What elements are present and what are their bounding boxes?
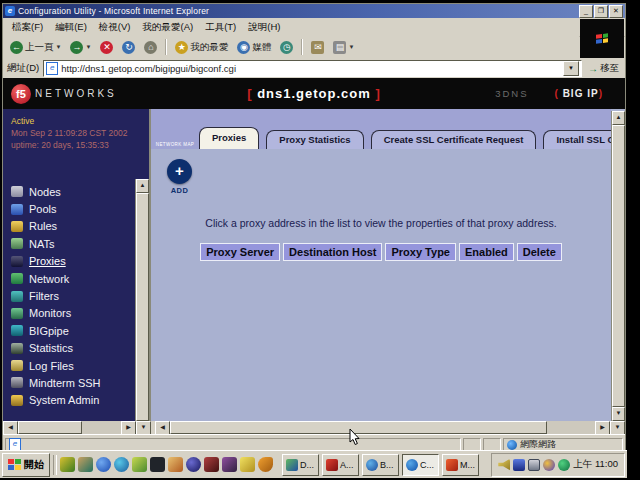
network-map-button[interactable]: NETWORK MAP bbox=[151, 141, 199, 149]
task-button-3[interactable]: B... bbox=[362, 454, 399, 476]
tab-proxy-statistics[interactable]: Proxy Statistics bbox=[266, 130, 363, 149]
sidebar-horizontal-scrollbar[interactable]: ◀ ▶ bbox=[3, 421, 136, 434]
task-button-2[interactable]: A... bbox=[322, 454, 359, 476]
quicklaunch-icon-7[interactable] bbox=[168, 457, 183, 472]
scrollbar-thumb[interactable] bbox=[136, 193, 149, 421]
proxies-content: + ADD Click a proxy address in the list … bbox=[151, 149, 611, 421]
close-button[interactable]: ✕ bbox=[609, 5, 623, 18]
sidebar-item-mindterm-ssh[interactable]: Mindterm SSH bbox=[11, 374, 133, 391]
forward-button[interactable]: → ▼ bbox=[67, 40, 94, 55]
menu-bar: 檔案(F) 編輯(E) 檢視(V) 我的最愛(A) 工具(T) 說明(H) bbox=[3, 18, 625, 37]
sidebar-item-network[interactable]: Network bbox=[11, 270, 133, 287]
page-icon: e bbox=[46, 62, 58, 75]
address-dropdown-button[interactable]: ▼ bbox=[563, 61, 579, 76]
quicklaunch-icon-1[interactable] bbox=[60, 457, 75, 472]
system-status-block: Active Mon Sep 2 11:09:28 CST 2002 uptim… bbox=[3, 109, 149, 151]
sidebar-item-pools[interactable]: Pools bbox=[11, 200, 133, 217]
filters-icon bbox=[11, 291, 23, 302]
column-enabled[interactable]: Enabled bbox=[459, 243, 514, 261]
sidebar-item-bigpipe[interactable]: BIGpipe bbox=[11, 322, 133, 339]
column-delete[interactable]: Delete bbox=[517, 243, 562, 261]
hostname: dns1.getop.com bbox=[257, 86, 371, 101]
add-proxy-button[interactable]: + ADD bbox=[167, 159, 192, 195]
mail-icon: ✉ bbox=[311, 41, 324, 54]
task-button-1[interactable]: D... bbox=[282, 454, 319, 476]
refresh-button[interactable]: ↻ bbox=[119, 40, 138, 55]
log-files-icon bbox=[11, 360, 23, 371]
status-datetime: Mon Sep 2 11:09:28 CST 2002 bbox=[11, 127, 143, 139]
go-button[interactable]: → 移至 bbox=[586, 62, 621, 75]
display-settings-icon[interactable] bbox=[528, 459, 540, 471]
title-bar[interactable]: e Configuration Utility - Microsoft Inte… bbox=[3, 4, 625, 18]
sidebar-item-system-admin[interactable]: System Admin bbox=[11, 392, 133, 409]
stop-button[interactable]: ✕ bbox=[97, 40, 116, 55]
sidebar-vertical-scrollbar[interactable]: ▲ bbox=[135, 179, 149, 421]
menu-tools[interactable]: 工具(T) bbox=[200, 19, 241, 36]
address-label: 網址(D) bbox=[7, 62, 39, 75]
start-button[interactable]: 開始 bbox=[2, 453, 50, 477]
address-input[interactable] bbox=[61, 62, 563, 74]
print-button[interactable]: ▤ ▼ bbox=[330, 40, 357, 55]
go-icon: → bbox=[588, 63, 598, 74]
quicklaunch-icon-12[interactable] bbox=[258, 457, 273, 472]
scroll-up-icon[interactable]: ▲ bbox=[612, 111, 625, 125]
tray-icon-1[interactable] bbox=[513, 459, 525, 471]
task-button-4-active[interactable]: C... bbox=[402, 454, 439, 476]
task-button-5[interactable]: M... bbox=[442, 454, 479, 476]
quicklaunch-icon-6[interactable] bbox=[150, 457, 165, 472]
column-proxy-type[interactable]: Proxy Type bbox=[385, 243, 456, 261]
scroll-down-icon[interactable]: ▼ bbox=[612, 407, 625, 421]
minimize-button[interactable]: _ bbox=[579, 5, 593, 18]
sidebar-item-log-files[interactable]: Log Files bbox=[11, 357, 133, 374]
quicklaunch-icon-9[interactable] bbox=[204, 457, 219, 472]
mouse-cursor bbox=[349, 428, 361, 446]
menu-file[interactable]: 檔案(F) bbox=[7, 19, 48, 36]
scrollbar-thumb[interactable] bbox=[612, 125, 625, 407]
menu-edit[interactable]: 編輯(E) bbox=[50, 19, 92, 36]
sidebar-item-filters[interactable]: Filters bbox=[11, 287, 133, 304]
main-horizontal-scrollbar[interactable]: ◀ ▶ bbox=[155, 421, 610, 434]
sidebar-item-statistics[interactable]: Statistics bbox=[11, 340, 133, 357]
status-uptime: uptime: 20 days, 15:35:33 bbox=[11, 139, 143, 151]
quicklaunch-icon-4[interactable] bbox=[114, 457, 129, 472]
main-vertical-scrollbar[interactable]: ▲ ▼ bbox=[611, 111, 625, 421]
column-proxy-server[interactable]: Proxy Server bbox=[200, 243, 280, 261]
sidebar-item-proxies[interactable]: Proxies bbox=[11, 253, 133, 270]
sidebar-item-monitors[interactable]: Monitors bbox=[11, 305, 133, 322]
pools-icon bbox=[11, 204, 23, 215]
quicklaunch-icon-5[interactable] bbox=[132, 457, 147, 472]
mail-button[interactable]: ✉ bbox=[308, 40, 327, 55]
sidebar-nav: Nodes Pools Rules NATs Proxies bbox=[11, 183, 133, 409]
tab-proxies[interactable]: Proxies bbox=[199, 127, 259, 149]
quicklaunch-icon-10[interactable] bbox=[222, 457, 237, 472]
sidebar-item-rules[interactable]: Rules bbox=[11, 218, 133, 235]
quicklaunch-icon-3[interactable] bbox=[96, 457, 111, 472]
volume-icon[interactable] bbox=[498, 459, 510, 471]
menu-favorites[interactable]: 我的最愛(A) bbox=[137, 19, 198, 36]
menu-help[interactable]: 說明(H) bbox=[243, 19, 285, 36]
add-icon[interactable]: + bbox=[167, 159, 192, 184]
column-destination-host[interactable]: Destination Host bbox=[283, 243, 382, 261]
quicklaunch-icon-8[interactable] bbox=[186, 457, 201, 472]
monitors-icon bbox=[11, 308, 23, 319]
quicklaunch-icon-11[interactable] bbox=[240, 457, 255, 472]
scroll-up-icon[interactable]: ▲ bbox=[136, 179, 149, 193]
sidebar-item-nats[interactable]: NATs bbox=[11, 235, 133, 252]
maximize-button[interactable]: ❐ bbox=[594, 5, 608, 18]
favorites-button[interactable]: ★ 我的最愛 bbox=[172, 40, 231, 55]
home-button[interactable]: ⌂ bbox=[141, 40, 160, 55]
tab-create-ssl-certificate-request[interactable]: Create SSL Certificate Request bbox=[371, 130, 537, 149]
sidebar-item-nodes[interactable]: Nodes bbox=[11, 183, 133, 200]
tray-icon-3[interactable] bbox=[558, 459, 570, 471]
history-button[interactable]: ◷ bbox=[277, 40, 296, 55]
quicklaunch-icon-2[interactable] bbox=[78, 457, 93, 472]
media-button[interactable]: ◉ 媒體 bbox=[234, 40, 274, 55]
tray-icon-2[interactable] bbox=[543, 459, 555, 471]
menu-view[interactable]: 檢視(V) bbox=[94, 19, 136, 36]
ie-throbber-logo bbox=[580, 19, 624, 58]
desktop: e Configuration Utility - Microsoft Inte… bbox=[0, 0, 640, 480]
tab-install-ssl-certificate[interactable]: Install SSL Certifi bbox=[543, 130, 611, 149]
refresh-icon: ↻ bbox=[122, 41, 135, 54]
back-button[interactable]: ← 上一頁 ▼ bbox=[7, 40, 64, 55]
address-input-box: e ▼ bbox=[43, 60, 582, 77]
